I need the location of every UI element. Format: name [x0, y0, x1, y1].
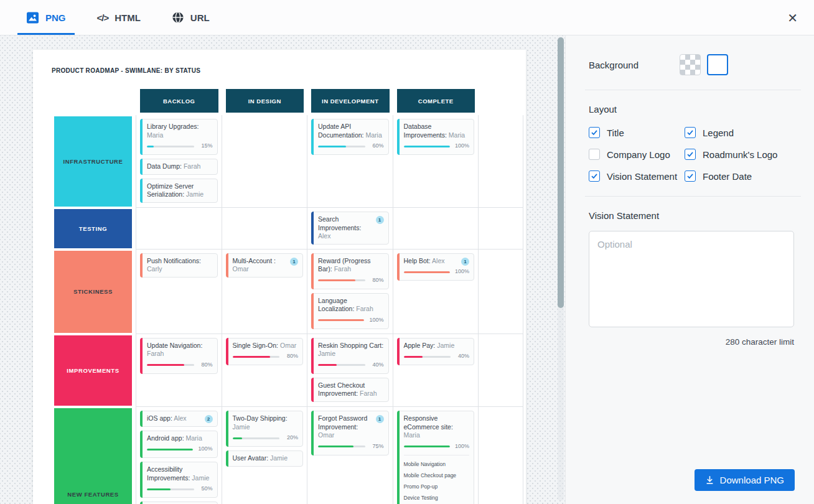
roadmap-cell: Reskin Shopping Cart: Jamie40%Guest Chec…: [307, 334, 393, 406]
card-progress-bar: 50%: [147, 485, 213, 493]
progress-fill: [318, 364, 337, 366]
roadmap-card: Data Dump: Farah: [140, 159, 218, 175]
checkbox-title[interactable]: Title: [589, 127, 685, 138]
card-assignee: Maria: [184, 434, 202, 442]
checkbox-box[interactable]: [685, 170, 696, 182]
download-png-button[interactable]: Download PNG: [695, 469, 795, 491]
card-title: Single Sign-On: Omar: [233, 342, 297, 349]
card-title: Apple Pay: Jamie: [404, 342, 455, 349]
card-accent-bar: [397, 119, 400, 155]
column-header: BACKLOG: [140, 89, 218, 113]
swimlane-label-testing: TESTING: [54, 209, 132, 248]
checkbox-company-logo[interactable]: Company Logo: [589, 149, 685, 160]
column-header-slot: IN DESIGN: [222, 89, 307, 113]
vision-statement-input[interactable]: [589, 231, 794, 327]
roadmap-cell: Search Improvements: Alex1: [307, 208, 393, 249]
roadmap-cell: Forgot Password Improvement: Omar175%: [307, 407, 393, 504]
card-assignee: Jamie: [435, 342, 454, 349]
roadmap-cell-spacer: [478, 208, 523, 249]
progress-track: [147, 488, 194, 490]
image-icon: [26, 11, 39, 24]
card-assignee: Carly: [147, 265, 162, 273]
preview-scrollbar-thumb[interactable]: [558, 37, 564, 308]
column-header: COMPLETE: [397, 89, 475, 113]
roadmap-card: Update API Documentation: Maria60%: [311, 119, 389, 155]
checkbox-box[interactable]: [589, 170, 600, 182]
roadmap-preview-area: PRODUCT ROADMAP - SWIMLANE: BY STATUS BA…: [0, 35, 565, 504]
tab-html-label: HTML: [115, 12, 141, 23]
milestone-count-badge: 2: [205, 415, 213, 423]
card-title: Two-Day Shipping: Jamie: [233, 414, 288, 431]
card-accent-bar: [397, 253, 400, 281]
checkbox-legend[interactable]: Legend: [685, 127, 795, 138]
card-title: Push Notifications: Carly: [147, 257, 201, 273]
card-title: Optimize Server Serialization: Jamie: [147, 182, 204, 198]
card-assignee: Jamie: [184, 190, 204, 198]
checkbox-box[interactable]: [685, 149, 696, 160]
card-progress-bar: 40%: [404, 353, 470, 360]
progress-fill: [318, 279, 355, 281]
card-title: iOS app: Alex: [147, 414, 213, 423]
card-accent-bar: [311, 212, 314, 245]
card-title: Guest Checkout Improvement: Farah: [318, 381, 377, 398]
card-accent-bar: [140, 411, 143, 427]
card-progress-bar: 100%: [147, 446, 213, 453]
swimlane-row: TESTINGSearch Improvements: Alex1: [54, 208, 523, 250]
close-icon[interactable]: ✕: [781, 0, 804, 35]
card-item-name: Search Improvements:: [318, 215, 361, 231]
card-accent-bar: [140, 119, 143, 155]
card-assignee: Alex: [431, 257, 445, 264]
card-accent-bar: [397, 338, 400, 365]
checkbox-box[interactable]: [685, 127, 696, 138]
checkbox-vision-statement[interactable]: Vision Statement: [589, 170, 685, 182]
checkbox-box[interactable]: [589, 127, 600, 138]
card-assignee: Omar: [233, 265, 249, 273]
card-title: Reward (Progress Bar): Farah: [318, 257, 371, 273]
card-item-name: Update Navigation:: [147, 342, 202, 349]
card-assignee: Farah: [332, 265, 351, 273]
card-progress-bar: 75%: [318, 443, 384, 450]
tab-png[interactable]: PNG: [17, 0, 75, 35]
card-title: Database Improvements: Maria: [404, 123, 465, 139]
card-accent-bar: [311, 253, 314, 289]
card-title: Library Upgrades: Maria: [147, 123, 199, 139]
card-progress-bar: 100%: [404, 142, 470, 150]
progress-percent: 20%: [284, 434, 298, 442]
checkbox-box[interactable]: [589, 149, 600, 160]
roadmap-card: Database Improvements: Maria100%: [397, 119, 475, 155]
preview-scrollbar[interactable]: [558, 37, 564, 501]
tab-html[interactable]: </> HTML: [88, 0, 149, 35]
card-assignee: Farah: [182, 162, 200, 170]
progress-percent: 50%: [199, 485, 213, 493]
progress-fill: [318, 319, 364, 321]
roadmap-card: Help Bot: Alex1100%: [397, 253, 475, 281]
checkbox-footer-date[interactable]: Footer Date: [685, 170, 795, 182]
layout-section-title: Layout: [589, 104, 795, 114]
status-column-headers: BACKLOGIN DESIGNIN DEVELOPMENTCOMPLETE: [136, 89, 523, 113]
roadmap-cell-spacer: [478, 115, 523, 207]
roadmap-card: Update Navigation: Farah80%: [140, 338, 218, 374]
card-item-name: Android app:: [147, 434, 184, 442]
progress-track: [318, 146, 365, 147]
transparent-background-swatch[interactable]: [680, 54, 701, 75]
roadmap-cell: [136, 208, 222, 249]
card-subitem-list: Mobile NavigationMobile Checkout pagePro…: [404, 455, 470, 504]
tab-url[interactable]: URL: [163, 0, 218, 35]
progress-fill: [147, 488, 171, 490]
card-progress-bar: 100%: [404, 268, 470, 276]
progress-percent: 15%: [199, 142, 213, 150]
card-progress-bar: 100%: [404, 443, 470, 450]
card-accent-bar: [140, 462, 143, 498]
card-assignee: Jamie: [233, 423, 250, 431]
progress-track: [147, 449, 193, 450]
roadmap-cell: Help Bot: Alex1100%: [393, 250, 479, 334]
white-background-swatch[interactable]: [707, 54, 728, 75]
roadmap-cell: Reward (Progress Bar): Farah80%Language …: [307, 250, 393, 334]
progress-percent: 100%: [198, 446, 212, 453]
checkbox-label: Legend: [703, 128, 734, 138]
progress-track: [147, 364, 194, 366]
divider: [585, 196, 801, 197]
checkbox-roadmunk-s-logo[interactable]: Roadmunk's Logo: [685, 149, 795, 160]
card-item-name: Responsive eCommerce site:: [404, 414, 453, 431]
progress-percent: 100%: [455, 142, 469, 150]
